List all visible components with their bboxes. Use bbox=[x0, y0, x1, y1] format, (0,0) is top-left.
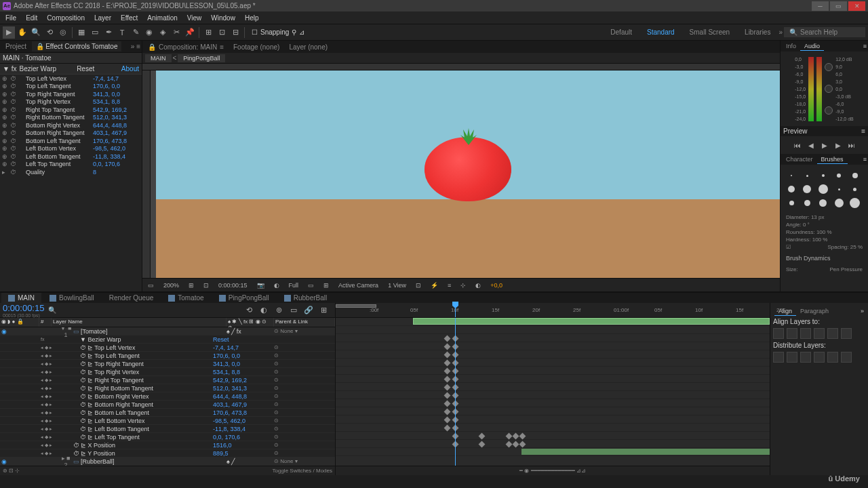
first-frame-icon[interactable]: ⏮ bbox=[793, 140, 802, 150]
composition-tab[interactable]: 🔒Composition: MAIN ≡ bbox=[144, 42, 228, 52]
prop-value[interactable]: -11,8, 338,4 bbox=[213, 426, 274, 432]
link-icon[interactable]: ⊙ bbox=[274, 450, 279, 456]
align-hcenter-icon[interactable] bbox=[787, 328, 797, 339]
playhead[interactable] bbox=[455, 303, 456, 317]
resolution-icon[interactable]: ⊞ bbox=[186, 281, 197, 289]
stopwatch-icon[interactable]: ⏱ bbox=[80, 393, 86, 400]
prop-value[interactable]: -11,8, 338,4 bbox=[93, 153, 140, 160]
keyframe-icon[interactable] bbox=[479, 433, 486, 440]
camera-tool-icon[interactable]: ◎ bbox=[57, 26, 69, 39]
keyframe-nav[interactable]: ◂ ◆ ▸ bbox=[39, 434, 60, 440]
view-dropdown[interactable]: 1 View bbox=[385, 281, 409, 289]
prop-value[interactable]: -98,5, 462,0 bbox=[93, 145, 140, 152]
prop-value[interactable]: 0,0, 170,6 bbox=[93, 161, 140, 167]
toggle-switches[interactable]: Toggle Switches / Modes bbox=[273, 468, 333, 474]
prop-value[interactable]: 341,3, 0,0 bbox=[93, 91, 140, 98]
prop-value[interactable]: -7,4, 14,7 bbox=[213, 344, 274, 351]
keyframe-nav[interactable]: ◂ ◆ ▸ bbox=[39, 394, 60, 399]
prop-value[interactable]: 644,4, 448,8 bbox=[213, 393, 274, 400]
keyframe-icon[interactable] bbox=[444, 401, 451, 407]
layer-rubberball[interactable]: ▭ [RubberBall] bbox=[72, 458, 226, 465]
crosshair-icon[interactable]: ⊕ bbox=[2, 83, 9, 89]
stopwatch-icon[interactable]: ⏱ bbox=[80, 361, 86, 367]
transform-prop[interactable]: ⏱ ⊵ X Position bbox=[60, 442, 213, 449]
layer-tomatoe[interactable]: ▭ [Tomatoe] bbox=[72, 328, 226, 335]
zoom-value[interactable]: 200% bbox=[161, 281, 182, 289]
fast-previews-icon[interactable]: ⚡ bbox=[428, 281, 441, 289]
stopwatch-icon[interactable]: ⏱ bbox=[80, 426, 86, 432]
layer-switches[interactable]: ♠ ╱ bbox=[226, 458, 274, 465]
stopwatch-icon[interactable]: ⏱ bbox=[80, 369, 86, 375]
shy-icon[interactable]: ⟲ bbox=[243, 304, 255, 317]
exposure-value[interactable]: +0,0 bbox=[488, 281, 505, 289]
tomato-layer[interactable] bbox=[425, 134, 511, 201]
timeline-tab-bowling[interactable]: BowlingBall bbox=[43, 293, 101, 303]
prop-row[interactable]: ⏱ ⊵ Left Bottom Tangent bbox=[60, 426, 213, 432]
align-top-icon[interactable] bbox=[814, 328, 825, 339]
tab-project[interactable]: Project bbox=[1, 41, 31, 52]
audio-dial-icon[interactable] bbox=[825, 106, 833, 115]
visibility-icon[interactable]: ◉ bbox=[1, 458, 8, 465]
brush-size-dynamic[interactable]: Size: Pen Pressure bbox=[786, 266, 863, 273]
stopwatch-icon[interactable]: ⏱ bbox=[10, 145, 17, 152]
keyframe-icon[interactable] bbox=[444, 360, 451, 367]
prop-value[interactable]: 534,1, 8,8 bbox=[213, 369, 274, 375]
orbit-tool-icon[interactable]: ⟲ bbox=[43, 26, 56, 39]
link-icon[interactable]: ⊙ bbox=[274, 426, 279, 432]
align-right-icon[interactable] bbox=[800, 328, 811, 339]
grid-icon[interactable]: ⊞ bbox=[321, 281, 332, 289]
magnification-icon[interactable]: ▭ bbox=[145, 281, 157, 289]
brush-preset[interactable] bbox=[850, 197, 861, 208]
timeline-tab-rubber[interactable]: RubberBall bbox=[277, 293, 334, 303]
timeline-ruler[interactable]: :00f05f10f15f20f25f01:00f05f10f15f20f bbox=[336, 303, 770, 318]
timeline-icon[interactable]: ≡ bbox=[445, 281, 454, 289]
brush-preset[interactable] bbox=[802, 197, 812, 208]
brush-preset[interactable] bbox=[833, 197, 844, 208]
keyframe-icon[interactable] bbox=[444, 368, 451, 375]
footage-tab[interactable]: Footage (none) bbox=[229, 42, 283, 52]
effect-reset[interactable]: Reset bbox=[213, 336, 274, 343]
subtab-pingpong[interactable]: PingPongBall bbox=[178, 54, 225, 62]
prop-value[interactable]: 889,5 bbox=[213, 450, 274, 457]
zoom-tool-icon[interactable]: 🔍 bbox=[30, 26, 42, 39]
prop-value[interactable]: 170,6, 473,8 bbox=[213, 409, 274, 416]
link-icon[interactable]: ⊙ bbox=[274, 344, 279, 350]
keyframe-icon[interactable] bbox=[519, 441, 526, 448]
audio-dial-icon[interactable] bbox=[825, 85, 833, 93]
menu-window[interactable]: Window bbox=[207, 13, 239, 23]
effect-reset[interactable]: Reset bbox=[56, 65, 94, 73]
distribute-icon[interactable] bbox=[814, 352, 825, 363]
link-icon[interactable]: ⊙ bbox=[274, 361, 279, 367]
prop-value[interactable]: 512,0, 341,3 bbox=[93, 114, 140, 121]
brush-hardness[interactable]: Hardness: 100 % bbox=[786, 236, 863, 243]
keyframe-nav[interactable]: ◂ ◆ ▸ bbox=[39, 443, 60, 448]
workspace-standard[interactable]: Standard bbox=[640, 27, 682, 37]
eraser-tool-icon[interactable]: ◈ bbox=[157, 26, 169, 39]
quality-expand-icon[interactable]: ▸ bbox=[2, 169, 9, 176]
tab-info[interactable]: Info bbox=[782, 42, 800, 50]
link-icon[interactable]: ⊙ bbox=[274, 401, 279, 407]
prop-row[interactable]: ⏱ ⊵ Right Top Tangent bbox=[60, 377, 213, 384]
prop-value[interactable]: 542,9, 169,2 bbox=[93, 106, 140, 113]
graph-editor-icon[interactable]: ▭ bbox=[288, 304, 300, 317]
prop-row[interactable]: ⏱ ⊵ Top Left Tangent bbox=[60, 352, 213, 359]
keyframe-icon[interactable] bbox=[513, 433, 519, 440]
keyframe-icon[interactable] bbox=[519, 433, 526, 440]
world-axis-icon[interactable]: ⊡ bbox=[216, 26, 228, 39]
keyframe-nav[interactable]: ◂ ◆ ▸ bbox=[39, 386, 60, 391]
effect-toggle[interactable]: ▼ fx bbox=[3, 65, 16, 73]
timeline-tab-pingpong[interactable]: PingPongBall bbox=[212, 293, 276, 303]
keyframe-nav[interactable]: ◂ ◆ ▸ bbox=[39, 418, 60, 424]
timeline-tab-render[interactable]: Render Queue bbox=[102, 293, 161, 303]
stopwatch-icon[interactable]: ⏱ bbox=[80, 377, 86, 384]
stopwatch-icon[interactable]: ⏱ bbox=[10, 114, 17, 121]
next-frame-icon[interactable]: ▶ bbox=[833, 140, 843, 150]
workspace-libraries[interactable]: Libraries bbox=[738, 27, 777, 37]
stopwatch-icon[interactable]: ⏱ bbox=[80, 401, 86, 408]
workspace-small-screen[interactable]: Small Screen bbox=[683, 27, 736, 37]
prop-row[interactable]: ⏱ ⊵ Top Right Tangent bbox=[60, 361, 213, 367]
prop-value[interactable]: 170,6, 0,0 bbox=[213, 352, 274, 359]
stopwatch-icon[interactable]: ⏱ bbox=[10, 83, 17, 89]
pan-behind-tool-icon[interactable]: ▦ bbox=[75, 26, 87, 39]
keyframe-icon[interactable] bbox=[444, 392, 451, 399]
